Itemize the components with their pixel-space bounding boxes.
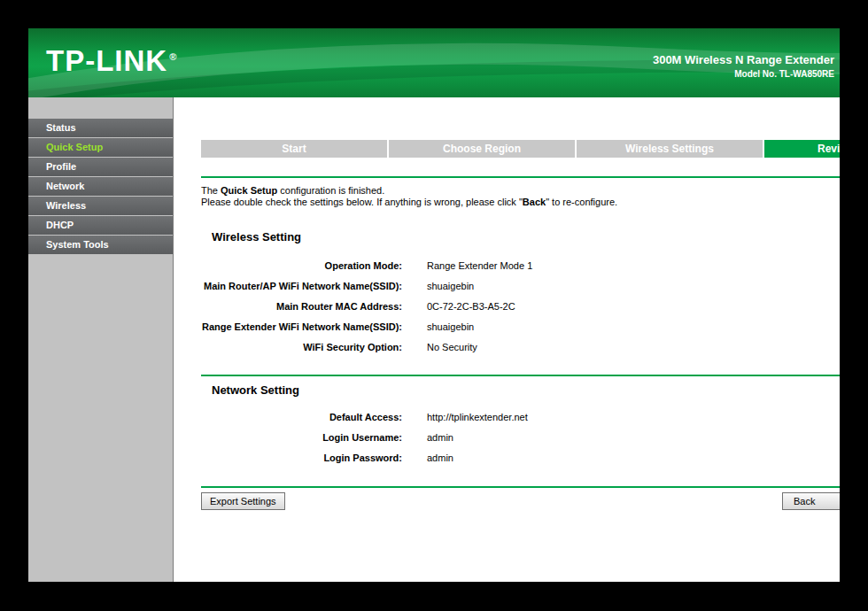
setting-value: 0C-72-2C-B3-A5-2C <box>402 301 515 312</box>
text-fragment: configuration is finished. <box>277 185 384 196</box>
wizard-step-start: Start <box>201 140 387 158</box>
text-fragment-bold: Quick Setup <box>221 185 277 196</box>
text-fragment: Please double check the settings below. … <box>201 197 523 207</box>
header: TP-LINK® 300M Wireless N Range Extender … <box>28 28 868 97</box>
brand-text: TP-LINK <box>46 44 167 77</box>
sidebar-item-label: Network <box>46 181 84 191</box>
setting-row: Login Password: admin <box>174 447 868 468</box>
divider <box>201 486 868 488</box>
export-settings-button[interactable]: Export Settings <box>201 492 285 510</box>
setting-label: Operation Mode: <box>174 260 402 271</box>
sidebar-item-label: Profile <box>46 161 76 172</box>
crop-mask <box>840 0 868 611</box>
main-content: Start Choose Region Wireless Settings Re… <box>174 97 868 582</box>
divider <box>201 375 868 376</box>
sidebar-item-label: Quick Setup <box>46 142 103 152</box>
sidebar-item-wireless[interactable]: Wireless <box>28 197 173 215</box>
setting-label: Range Extender WiFi Network Name(SSID): <box>174 321 402 332</box>
network-setting-rows: Default Access: http://tplinkextender.ne… <box>174 406 868 468</box>
text-fragment: " to re-configure. <box>546 197 617 207</box>
setting-value: http://tplinkextender.net <box>402 412 528 422</box>
sidebar-item-label: Wireless <box>46 200 86 211</box>
sidebar-item-network[interactable]: Network <box>28 177 173 196</box>
setting-row: Operation Mode: Range Extender Mode 1 <box>174 255 868 275</box>
setting-value: shuaigebin <box>402 321 474 332</box>
intro-text: The Quick Setup configuration is finishe… <box>201 185 617 208</box>
intro-line-2: Please double check the settings below. … <box>201 197 617 208</box>
intro-line-1: The Quick Setup configuration is finishe… <box>201 185 617 197</box>
setting-row: Range Extender WiFi Network Name(SSID): … <box>174 316 868 336</box>
text-fragment-bold: Back <box>523 197 546 207</box>
sidebar-item-label: Status <box>46 122 76 133</box>
screen: TP-LINK® 300M Wireless N Range Extender … <box>0 0 868 611</box>
device-info: 300M Wireless N Range Extender Model No.… <box>524 53 834 79</box>
wizard-step-choose-region: Choose Region <box>389 140 575 158</box>
setting-row: Main Router/AP WiFi Network Name(SSID): … <box>174 275 868 296</box>
setting-row: Login Username: admin <box>174 427 868 447</box>
setting-row: Main Router MAC Address: 0C-72-2C-B3-A5-… <box>174 296 868 316</box>
setting-label: Login Username: <box>174 432 402 443</box>
product-name: 300M Wireless N Range Extender <box>524 53 834 66</box>
setting-row: Default Access: http://tplinkextender.ne… <box>174 406 868 427</box>
sidebar-item-label: System Tools <box>46 239 109 250</box>
sidebar: Status Quick Setup Profile Network Wirel… <box>28 97 174 582</box>
sidebar-item-quick-setup[interactable]: Quick Setup <box>28 138 173 157</box>
setting-row: WiFi Security Option: No Security <box>174 336 868 357</box>
wireless-setting-rows: Operation Mode: Range Extender Mode 1 Ma… <box>174 255 868 357</box>
router-admin-page: TP-LINK® 300M Wireless N Range Extender … <box>28 28 868 582</box>
setting-value: admin <box>402 452 453 463</box>
wireless-setting-title: Wireless Setting <box>212 230 301 244</box>
tplink-logo: TP-LINK® <box>46 44 177 78</box>
sidebar-item-profile[interactable]: Profile <box>28 158 173 176</box>
setting-label: Main Router/AP WiFi Network Name(SSID): <box>174 281 402 291</box>
setting-value: No Security <box>402 342 477 352</box>
registered-mark-icon: ® <box>169 51 177 62</box>
sidebar-menu: Status Quick Setup Profile Network Wirel… <box>28 97 173 254</box>
text-fragment: The <box>201 185 221 196</box>
setting-label: Main Router MAC Address: <box>174 301 402 312</box>
setting-label: Default Access: <box>174 412 402 422</box>
setting-label: Login Password: <box>174 452 402 463</box>
setting-value: admin <box>402 432 453 443</box>
setting-value: Range Extender Mode 1 <box>402 260 532 271</box>
divider <box>201 176 868 178</box>
sidebar-item-label: DHCP <box>46 220 74 230</box>
setting-label: WiFi Security Option: <box>174 342 402 352</box>
wizard-step-wireless-settings: Wireless Settings <box>577 140 763 158</box>
body-row: Status Quick Setup Profile Network Wirel… <box>28 97 868 582</box>
wizard-progress-bar: Start Choose Region Wireless Settings Re… <box>201 140 868 158</box>
sidebar-item-dhcp[interactable]: DHCP <box>28 216 173 235</box>
network-setting-title: Network Setting <box>212 383 299 397</box>
model-number: Model No. TL-WA850RE <box>524 69 834 79</box>
setting-value: shuaigebin <box>402 281 474 291</box>
sidebar-item-system-tools[interactable]: System Tools <box>28 236 173 254</box>
sidebar-item-status[interactable]: Status <box>28 119 173 137</box>
